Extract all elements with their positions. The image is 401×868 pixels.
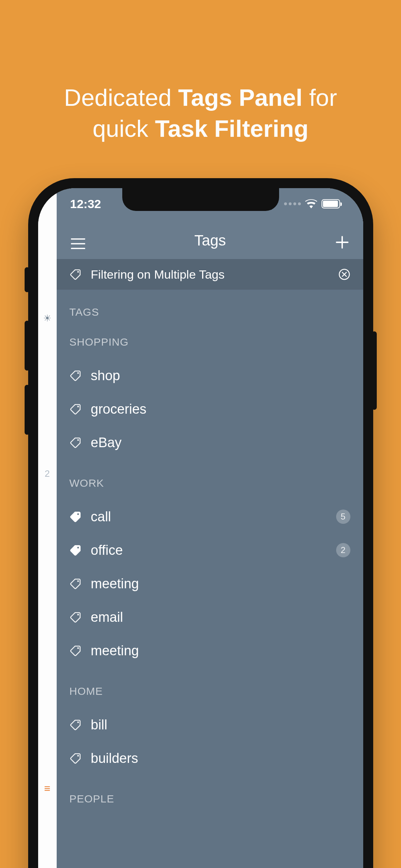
svg-point-8 [77,614,79,616]
tag-section: SHOPPINGshopgrocerieseBay [70,336,350,459]
tag-row[interactable]: call5 [70,500,350,533]
phone-frame: 12:32 ☀︎ 2 ≡ Tags [28,178,373,868]
tags-sections: TAGS SHOPPINGshopgrocerieseBayWORKcall5o… [57,290,363,868]
tag-label: email [91,610,350,625]
tag-row[interactable]: office2 [70,533,350,567]
tag-icon [70,645,82,657]
hamburger-accent-icon: ≡ [38,782,57,795]
tag-label: bill [91,717,350,733]
tag-icon [70,752,82,764]
tags-panel: Tags Filtering on Multiple Tags TAGS SHO… [57,188,363,868]
tag-icon [70,403,82,415]
background-list-strip: ☀︎ 2 ≡ [38,188,57,868]
tag-label: builders [91,751,350,766]
add-tag-button[interactable] [335,236,349,249]
svg-point-10 [77,722,79,723]
tag-icon [70,611,82,623]
count-badge: 5 [336,510,350,524]
section-header: PEOPLE [70,793,350,805]
plus-icon [335,236,349,249]
tag-label: eBay [91,435,350,450]
tag-icon [70,544,82,556]
background-count: 2 [38,468,57,479]
svg-point-9 [77,647,79,649]
clear-filter-button[interactable] [338,268,350,280]
tag-label: shop [91,368,350,383]
sun-icon: ☀︎ [38,313,57,324]
section-header: SHOPPING [70,336,350,348]
tag-label: groceries [91,402,350,417]
section-header: HOME [70,685,350,697]
tag-label: meeting [91,576,350,591]
phone-volume-down [25,385,30,435]
phone-power-button [372,331,377,410]
tag-row[interactable]: meeting [70,634,350,667]
tag-icon [70,578,82,590]
tag-icon [70,370,82,382]
svg-point-11 [77,755,79,757]
tag-icon [70,268,82,280]
tag-row[interactable]: shop [70,359,350,392]
count-badge: 2 [336,543,350,557]
tag-row[interactable]: eBay [70,426,350,459]
svg-point-7 [77,580,79,582]
tag-row[interactable]: email [70,600,350,634]
section-header: WORK [70,477,350,489]
tag-section: PEOPLE [70,793,350,805]
status-time: 12:32 [70,197,101,211]
tag-row[interactable]: bill [70,708,350,742]
svg-point-3 [77,406,79,408]
filter-label: Filtering on Multiple Tags [91,268,329,281]
wifi-icon [305,199,317,208]
tag-section: HOMEbillbuilders [70,685,350,775]
svg-point-5 [77,513,79,515]
tag-row[interactable]: groceries [70,392,350,426]
svg-point-4 [77,439,79,441]
tag-row[interactable]: meeting [70,567,350,600]
battery-icon [322,199,340,208]
filter-row[interactable]: Filtering on Multiple Tags [57,259,363,290]
svg-point-0 [77,271,79,273]
tag-icon [70,719,82,731]
tag-icon [70,436,82,449]
menu-button[interactable] [71,238,85,249]
tag-label: office [91,543,327,558]
close-circle-icon [338,268,350,280]
page-dots-icon [284,202,301,205]
phone-silent-switch [25,267,30,292]
svg-point-2 [77,372,79,374]
tag-section: WORKcall5office2meetingemailmeeting [70,477,350,667]
hamburger-icon [71,238,85,249]
phone-notch [122,188,279,211]
tag-label: meeting [91,643,350,658]
tag-icon [70,511,82,523]
tag-row[interactable]: builders [70,742,350,775]
phone-screen: 12:32 ☀︎ 2 ≡ Tags [38,188,363,868]
marketing-headline: Dedicated Tags Panel for quick Task Filt… [0,82,401,144]
svg-point-6 [77,547,79,549]
phone-volume-up [25,321,30,371]
tag-label: call [91,509,327,525]
status-icons [284,199,340,208]
page-title: Tags [194,232,226,249]
master-section-header: TAGS [70,306,350,318]
